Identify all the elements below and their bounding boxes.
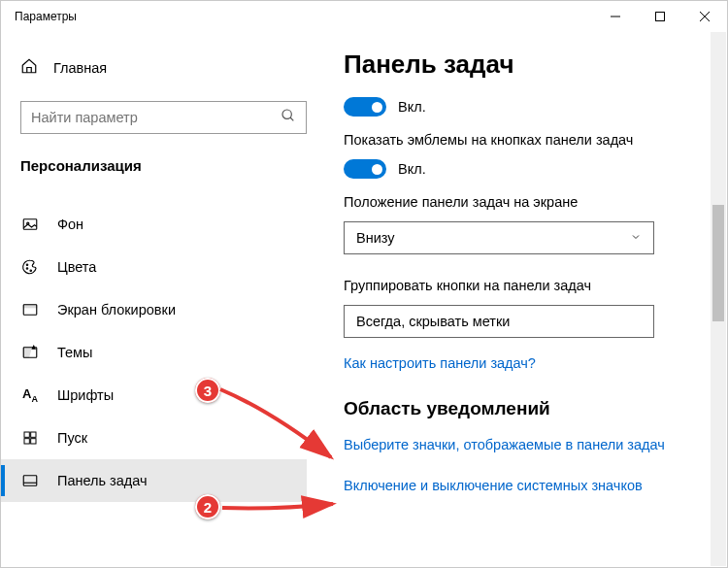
sidebar-item-fonts[interactable]: AA Шрифты (1, 374, 307, 417)
scrollbar-thumb[interactable] (712, 205, 724, 321)
dropdown-taskbar-position[interactable]: Внизу (344, 221, 654, 254)
toggle-badges[interactable] (344, 159, 386, 179)
home-label: Главная (53, 60, 107, 76)
sidebar-item-label: Панель задач (57, 473, 148, 488)
help-link[interactable]: Как настроить панели задач? (344, 355, 727, 371)
svg-rect-15 (31, 432, 36, 437)
svg-rect-12 (23, 305, 37, 308)
setting-group-buttons: Группировать кнопки на панели задач (344, 278, 727, 293)
sidebar-item-label: Фон (57, 217, 83, 232)
lockscreen-icon (20, 301, 40, 318)
dropdown-value: Внизу (356, 230, 395, 246)
page-title: Панель задач (344, 50, 727, 80)
sidebar-item-themes[interactable]: Темы (1, 331, 307, 374)
sidebar-item-start[interactable]: Пуск (1, 417, 307, 459)
sidebar-item-label: Цвета (57, 259, 96, 275)
search-icon (281, 108, 296, 127)
svg-rect-16 (24, 439, 29, 444)
scrollbar[interactable] (711, 32, 726, 566)
annotation-badge-2: 2 (195, 494, 220, 519)
svg-rect-17 (31, 439, 36, 444)
sidebar: Главная Персонализация Фон Цвета Экран б… (1, 32, 326, 567)
window-controls (593, 1, 727, 32)
sidebar-item-colors[interactable]: Цвета (1, 246, 307, 288)
image-icon (20, 216, 40, 233)
sidebar-item-taskbar[interactable]: Панель задач (1, 459, 307, 502)
sidebar-item-label: Пуск (57, 430, 87, 446)
main-panel: Панель задач Вкл. Показать эмблемы на кн… (326, 32, 727, 567)
dropdown-group-buttons[interactable]: Всегда, скрывать метки (344, 305, 654, 338)
svg-rect-1 (656, 13, 665, 21)
home-icon (20, 57, 38, 78)
sidebar-item-label: Темы (57, 345, 93, 360)
section-notification-area: Область уведомлений (344, 398, 727, 419)
home-link[interactable]: Главная (20, 51, 307, 84)
setting-show-badges: Показать эмблемы на кнопках панели задач (344, 132, 727, 148)
maximize-button[interactable] (638, 1, 682, 32)
sidebar-item-label: Шрифты (57, 387, 114, 403)
dropdown-value: Всегда, скрывать метки (356, 314, 510, 329)
svg-line-5 (290, 117, 293, 120)
search-field[interactable] (31, 110, 281, 125)
svg-point-10 (30, 270, 32, 272)
search-input[interactable] (20, 101, 307, 134)
sidebar-item-background[interactable]: Фон (1, 203, 307, 246)
chevron-down-icon (630, 231, 642, 246)
svg-rect-14 (24, 432, 29, 437)
svg-point-4 (282, 110, 291, 118)
toggle-badges-primary[interactable] (344, 97, 386, 117)
category-heading: Персонализация (20, 157, 307, 174)
sidebar-item-lockscreen[interactable]: Экран блокировки (1, 288, 307, 331)
themes-icon (20, 344, 40, 361)
sidebar-item-label: Экран блокировки (57, 302, 176, 317)
annotation-badge-3: 3 (195, 378, 220, 403)
palette-icon (20, 258, 40, 276)
setting-taskbar-position: Положение панели задач на экране (344, 194, 727, 210)
svg-rect-18 (23, 476, 37, 486)
start-icon (20, 430, 40, 446)
minimize-button[interactable] (593, 1, 638, 32)
link-select-icons[interactable]: Выберите значки, отображаемые в панели з… (344, 437, 727, 452)
toggle-label: Вкл. (398, 99, 426, 115)
fonts-icon: AA (20, 386, 40, 404)
link-system-icons[interactable]: Включение и выключение системных значков (344, 478, 727, 493)
window-title: Параметры (15, 10, 77, 23)
svg-point-8 (26, 264, 28, 266)
close-button[interactable] (682, 1, 727, 32)
taskbar-icon (20, 472, 40, 489)
svg-rect-6 (23, 219, 37, 230)
svg-point-9 (26, 268, 28, 270)
toggle-label: Вкл. (398, 161, 426, 177)
